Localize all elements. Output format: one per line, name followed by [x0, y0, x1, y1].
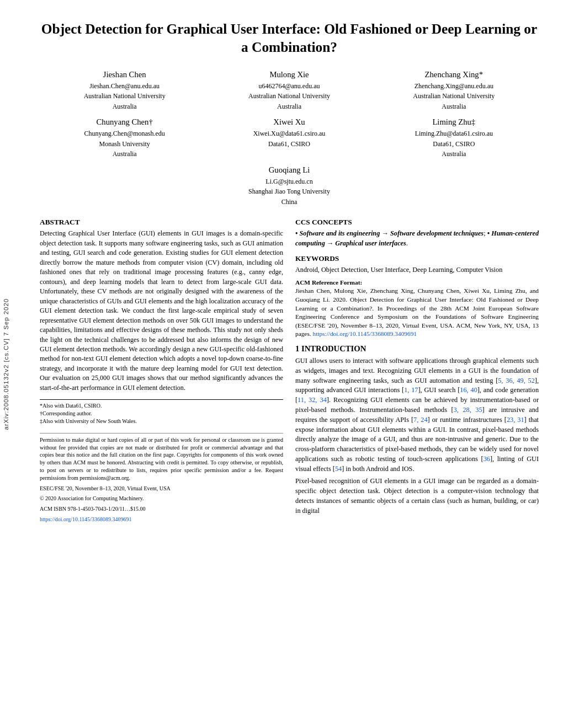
permission-text: Permission to make digital or hard copie… [40, 436, 283, 482]
intro-para-1: GUI allows users to interact with softwa… [295, 356, 539, 474]
permission-block: Permission to make digital or hard copie… [40, 433, 283, 523]
right-column: CCS CONCEPTS • Software and its engineer… [295, 212, 539, 523]
arxiv-label: arXiv:2008.05132v2 [cs.CV] 7 Sep 2020 [0, 0, 12, 728]
author-country-7: China [248, 197, 330, 207]
author-affil-3: Australian National University [371, 91, 536, 101]
author-country-6: Australia [371, 149, 536, 159]
intro-para-2: Pixel-based recognition of GUI elements … [295, 477, 539, 516]
author-name-2: Mulong Xie [207, 68, 371, 81]
footnote-2: †Corresponding author. [40, 410, 283, 417]
author-email-4: Chunyang.Chen@monash.edu [43, 129, 207, 139]
author-affil-4: Monash University [43, 139, 207, 149]
ccs-heading: CCS CONCEPTS [295, 218, 539, 227]
acm-doi-link[interactable]: https://doi.org/10.1145/3368089.3409691 [312, 330, 417, 337]
abstract-text: Detecting Graphical User Interface (GUI)… [40, 229, 283, 393]
author-email-3: Zhenchang.Xing@anu.edu.au [371, 81, 536, 92]
author-country-2: Australia [207, 101, 371, 112]
author-name-6: Liming Zhu‡ [371, 116, 536, 129]
authors-row-1: Jieshan Chen Jieshan.Chen@anu.edu.au Aus… [40, 68, 539, 112]
acm-ref-text: Jieshan Chen, Mulong Xie, Zhenchang Xing… [295, 287, 539, 339]
paper-title: Object Detection for Graphical User Inte… [40, 20, 539, 56]
author-name-4: Chunyang Chen† [43, 116, 207, 129]
footnote-1: *Also with Data61, CSIRO. [40, 402, 283, 410]
author-email-5: Xiwei.Xu@data61.csiro.au [207, 129, 371, 139]
left-column: ABSTRACT Detecting Graphical User Interf… [40, 212, 283, 523]
abstract-heading: ABSTRACT [40, 218, 283, 227]
author-guoqiang: Guoqiang Li Li.G@sjtu.edu.cn Shanghai Ji… [248, 164, 330, 207]
author-liming: Liming Zhu‡ Liming.Zhu@data61.csiro.au D… [371, 116, 536, 159]
doi-link-bottom[interactable]: https://doi.org/10.1145/3368089.3409691 [40, 516, 131, 522]
author-affil-5: Data61, CSIRO [207, 139, 371, 149]
copyright-line: © 2020 Association for Computing Machine… [40, 495, 283, 502]
acm-ref-heading: ACM Reference Format: [295, 279, 539, 286]
author-affil-7: Shanghai Jiao Tong University [248, 186, 330, 197]
author-name-7: Guoqiang Li [248, 164, 330, 176]
authors-row-2: Chunyang Chen† Chunyang.Chen@monash.edu … [40, 116, 539, 159]
conf-info: ESEC/FSE '20, November 8–13, 2020, Virtu… [40, 485, 283, 493]
keywords-heading: KEYWORDS [295, 254, 539, 263]
author-zhenchang: Zhenchang Xing* Zhenchang.Xing@anu.edu.a… [371, 68, 536, 112]
author-email-7: Li.G@sjtu.edu.cn [248, 176, 330, 187]
author-country-3: Australia [371, 101, 536, 112]
intro-heading: 1 INTRODUCTION [295, 344, 539, 354]
ccs-text: • Software and its engineering → Softwar… [295, 229, 539, 248]
author-affil-2: Australian National University [207, 91, 371, 101]
footnote-3: ‡Also with University of New South Wales… [40, 417, 283, 425]
author-affil-6: Data61, CSIRO [371, 139, 536, 149]
author-name-5: Xiwei Xu [207, 116, 371, 129]
author-jieshan: Jieshan Chen Jieshan.Chen@anu.edu.au Aus… [43, 68, 207, 112]
author-chunyang: Chunyang Chen† Chunyang.Chen@monash.edu … [43, 116, 207, 159]
author-xiwei: Xiwei Xu Xiwei.Xu@data61.csiro.au Data61… [207, 116, 371, 159]
isbn-line: ACM ISBN 978-1-4503-7043-1/20/11…$15.00 [40, 505, 283, 513]
keywords-text: Android, Object Detection, User Interfac… [295, 265, 539, 275]
author-email-1: Jieshan.Chen@anu.edu.au [43, 81, 207, 92]
author-country-4: Australia [43, 149, 207, 159]
author-mulong: Mulong Xie u6462764@anu.edu.au Australia… [207, 68, 371, 112]
authors-row-3: Guoqiang Li Li.G@sjtu.edu.cn Shanghai Ji… [40, 164, 539, 207]
author-affil-1: Australian National University [43, 91, 207, 101]
two-column-layout: ABSTRACT Detecting Graphical User Interf… [40, 212, 539, 523]
author-country-1: Australia [43, 101, 207, 112]
author-name-1: Jieshan Chen [43, 68, 207, 81]
author-email-2: u6462764@anu.edu.au [207, 81, 371, 92]
author-email-6: Liming.Zhu@data61.csiro.au [371, 129, 536, 139]
author-name-3: Zhenchang Xing* [371, 68, 536, 81]
footnotes-area: *Also with Data61, CSIRO. †Corresponding… [40, 399, 283, 425]
